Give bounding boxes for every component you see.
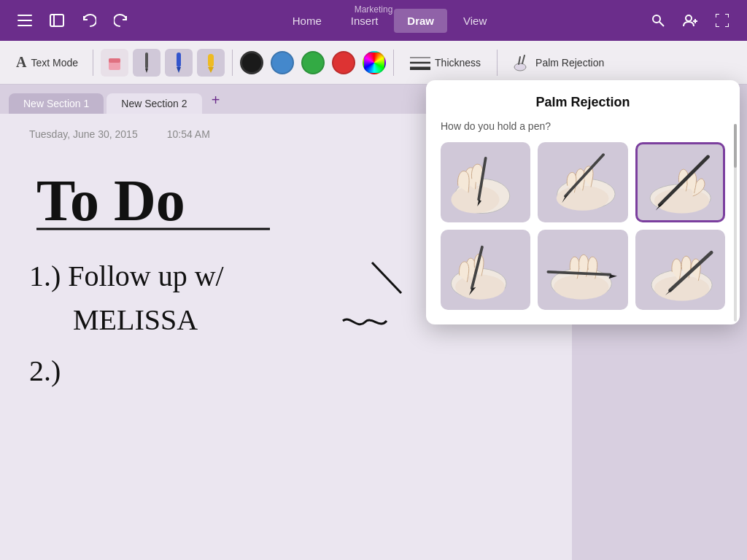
svg-marker-15: [177, 67, 181, 73]
color-wheel[interactable]: [363, 51, 386, 74]
separator-3: [393, 50, 394, 76]
svg-rect-14: [177, 52, 181, 67]
separator-1: [93, 50, 93, 76]
tab-draw[interactable]: Draw: [394, 9, 447, 33]
search-button[interactable]: [645, 7, 671, 34]
svg-rect-12: [145, 52, 148, 69]
separator-2: [232, 50, 233, 76]
grip-option-6[interactable]: [635, 230, 725, 310]
thickness-lines-icon: [410, 55, 430, 70]
undo-button[interactable]: [76, 7, 102, 34]
color-green[interactable]: [301, 51, 325, 74]
top-nav-bar: Marketing Home Insert Draw View: [0, 0, 747, 41]
svg-line-22: [519, 57, 520, 64]
grip-option-4[interactable]: [441, 230, 530, 310]
grip-option-2[interactable]: [538, 142, 627, 222]
svg-rect-3: [50, 15, 63, 26]
tab-insert[interactable]: Insert: [338, 9, 392, 33]
svg-text:To Do: To Do: [36, 168, 185, 233]
grip-option-3[interactable]: [635, 142, 725, 222]
section-tab-1[interactable]: New Section 1: [9, 93, 104, 114]
popup-title: Palm Rejection: [441, 95, 725, 110]
handwritten-todo-svg: To Do 1.) Follow up w/ MELISSA 2.): [29, 155, 481, 388]
svg-text:1.) Follow up w/: 1.) Follow up w/: [29, 260, 225, 292]
palm-rejection-button[interactable]: Palm Rejection: [505, 50, 613, 76]
grip-svg-1: [443, 144, 528, 220]
toggle-panels-button[interactable]: [44, 7, 70, 34]
svg-rect-16: [208, 54, 214, 67]
color-red[interactable]: [332, 51, 355, 74]
separator-4: [497, 50, 498, 76]
grip-option-5[interactable]: [538, 230, 627, 310]
pen-yellow-tool[interactable]: [197, 49, 225, 77]
thickness-label: Thickness: [435, 57, 481, 69]
pen-gray-tool[interactable]: [133, 49, 160, 77]
svg-point-21: [514, 63, 526, 71]
pen-blue-tool[interactable]: [165, 49, 193, 77]
grip-svg-4: [443, 232, 528, 308]
svg-text:MELISSA: MELISSA: [73, 303, 198, 336]
pen-eraser-tool[interactable]: [101, 49, 128, 77]
svg-marker-13: [145, 69, 148, 73]
thickness-button[interactable]: Thickness: [401, 51, 489, 74]
redo-button[interactable]: [108, 7, 134, 34]
grip-svg-6: [638, 232, 723, 308]
sidebar-toggle-button[interactable]: [12, 7, 38, 34]
svg-text:2.): 2.): [29, 354, 61, 387]
color-blue[interactable]: [271, 51, 294, 74]
svg-point-43: [455, 275, 505, 300]
grip-options-grid: [441, 142, 725, 310]
nav-tabs: Home Insert Draw View: [140, 9, 639, 33]
svg-marker-17: [208, 67, 214, 73]
fullscreen-button[interactable]: [709, 7, 735, 34]
grip-svg-3: [638, 144, 723, 220]
tab-view[interactable]: View: [450, 9, 500, 33]
draw-toolbar: A Text Mode: [0, 41, 747, 85]
color-black[interactable]: [240, 51, 263, 74]
pen-blue-icon: [173, 51, 185, 74]
nav-right-actions: [645, 7, 735, 34]
svg-line-23: [522, 55, 525, 63]
page-time: 10:54 AM: [167, 128, 210, 140]
svg-line-27: [372, 262, 401, 293]
svg-rect-2: [18, 25, 32, 26]
section-tab-2[interactable]: New Section 2: [107, 93, 201, 114]
palm-rejection-label: Palm Rejection: [535, 57, 604, 69]
svg-point-5: [653, 15, 660, 23]
page-date: Tuesday, June 30, 2015: [29, 128, 138, 140]
svg-point-7: [686, 15, 692, 21]
eraser-icon: [106, 52, 123, 73]
palm-rejection-icon: [514, 54, 531, 71]
svg-rect-11: [109, 58, 120, 63]
pen-yellow-icon: [205, 51, 217, 74]
svg-point-47: [554, 275, 609, 300]
svg-line-6: [659, 22, 664, 26]
grip-option-1[interactable]: [441, 142, 530, 222]
text-mode-icon: A: [16, 54, 26, 71]
add-person-button[interactable]: [677, 7, 703, 34]
svg-marker-49: [609, 275, 617, 279]
grip-svg-5: [540, 232, 625, 308]
popup-scrollbar-thumb: [734, 124, 737, 168]
svg-point-31: [451, 186, 499, 214]
text-mode-button[interactable]: A Text Mode: [9, 50, 85, 75]
pen-gray-icon: [141, 51, 152, 74]
grip-svg-2: [540, 144, 625, 220]
text-mode-label: Text Mode: [31, 57, 78, 69]
popup-scrollbar[interactable]: [734, 124, 737, 322]
svg-rect-1: [18, 20, 32, 21]
add-section-button[interactable]: +: [205, 89, 227, 111]
thickness-icon: [410, 55, 430, 70]
popup-subtitle: How do you hold a pen?: [441, 120, 725, 132]
tab-home[interactable]: Home: [279, 9, 335, 33]
svg-rect-0: [18, 15, 32, 16]
palm-rejection-popup: Palm Rejection How do you hold a pen?: [426, 80, 740, 324]
